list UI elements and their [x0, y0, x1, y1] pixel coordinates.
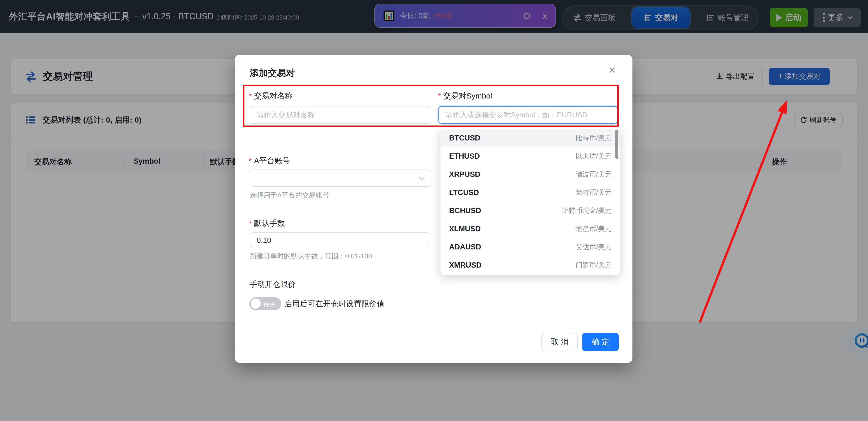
chevron-down-icon [419, 175, 424, 180]
option-symbol: XMRUSD [449, 261, 482, 269]
dropdown-option[interactable]: ETHUSD 以太坊/美元 [440, 147, 620, 165]
required-asterisk: * [249, 219, 252, 228]
option-description: 莱特币/美元 [576, 188, 612, 197]
pair-name-input[interactable] [250, 106, 430, 124]
modal-close-icon[interactable]: × [609, 64, 616, 76]
label-text: 默认手数 [254, 218, 285, 229]
dropdown-option[interactable]: LTCUSD 莱特币/美元 [440, 183, 620, 202]
pair-symbol-input[interactable] [438, 106, 618, 124]
account-helper-text: 选择用于A平台的交易账号 [250, 191, 329, 200]
option-symbol: XLMUSD [449, 224, 480, 233]
dropdown-scrollbar[interactable] [615, 130, 618, 159]
field-label-name: * 交易对名称 [249, 91, 292, 101]
account-select[interactable] [250, 170, 431, 187]
label-text: 手动开仓限价 [249, 279, 296, 290]
option-description: 比特币/美元 [576, 133, 612, 143]
cancel-button[interactable]: 取 消 [541, 333, 578, 351]
option-symbol: BTCUSD [449, 134, 480, 142]
dropdown-option[interactable]: ADAUSD 艾达币/美元 [440, 238, 620, 256]
symbol-dropdown-list: BTCUSD 比特币/美元 ETHUSD 以太坊/美元 XRPUSD 瑞波币/美… [440, 129, 620, 274]
dropdown-option[interactable]: XRPUSD 瑞波币/美元 [440, 165, 620, 183]
field-label-account: * A平台账号 [249, 155, 290, 166]
dropdown-option[interactable]: BCHUSD 比特币现金/美元 [440, 202, 620, 220]
label-text: 交易对Symbol [443, 91, 492, 101]
dropdown-option[interactable]: XLMUSD 恒星币/美元 [440, 220, 620, 238]
option-description: 艾达币/美元 [576, 242, 612, 252]
label-text: 交易对名称 [254, 91, 292, 101]
option-symbol: BCHUSD [449, 206, 481, 215]
option-symbol: ETHUSD [449, 152, 480, 160]
option-description: 瑞波币/美元 [576, 170, 612, 179]
toggle-knob [251, 298, 261, 309]
confirm-button[interactable]: 确 定 [582, 333, 619, 351]
required-asterisk: * [249, 92, 252, 100]
toggle-state-label: 停用 [264, 300, 276, 308]
default-lots-input[interactable] [250, 232, 430, 248]
option-description: 比特币现金/美元 [562, 206, 612, 215]
lots-helper-text: 新建订单时的默认手数，范围：0.01-100 [250, 251, 372, 261]
field-label-limit: 手动开仓限价 [249, 279, 296, 290]
limit-description: 启用后可在开仓时设置限价值 [284, 299, 385, 309]
symbol-dropdown: BTCUSD 比特币/美元 ETHUSD 以太坊/美元 XRPUSD 瑞波币/美… [440, 127, 620, 275]
field-label-lots: * 默认手数 [249, 218, 285, 229]
dropdown-option[interactable]: XMRUSD 门罗币/美元 [440, 256, 620, 274]
option-description: 以太坊/美元 [576, 152, 612, 161]
option-symbol: ADAUSD [449, 243, 481, 251]
modal-title: 添加交易对 [250, 67, 295, 79]
option-description: 门罗币/美元 [576, 261, 612, 270]
dropdown-option[interactable]: BTCUSD 比特币/美元 [440, 129, 620, 147]
label-text: A平台账号 [254, 155, 290, 166]
option-symbol: XRPUSD [449, 170, 480, 179]
app-screen: 外汇平台AI智能对冲套利工具 -- v1.0.25 - BTCUSD 到期时间:… [0, 0, 868, 421]
option-description: 恒星币/美元 [576, 224, 612, 234]
required-asterisk: * [249, 156, 252, 165]
limit-price-toggle[interactable]: 停用 [249, 297, 281, 310]
option-symbol: LTCUSD [449, 188, 479, 197]
field-label-symbol: * 交易对Symbol [438, 91, 492, 101]
required-asterisk: * [438, 92, 441, 100]
